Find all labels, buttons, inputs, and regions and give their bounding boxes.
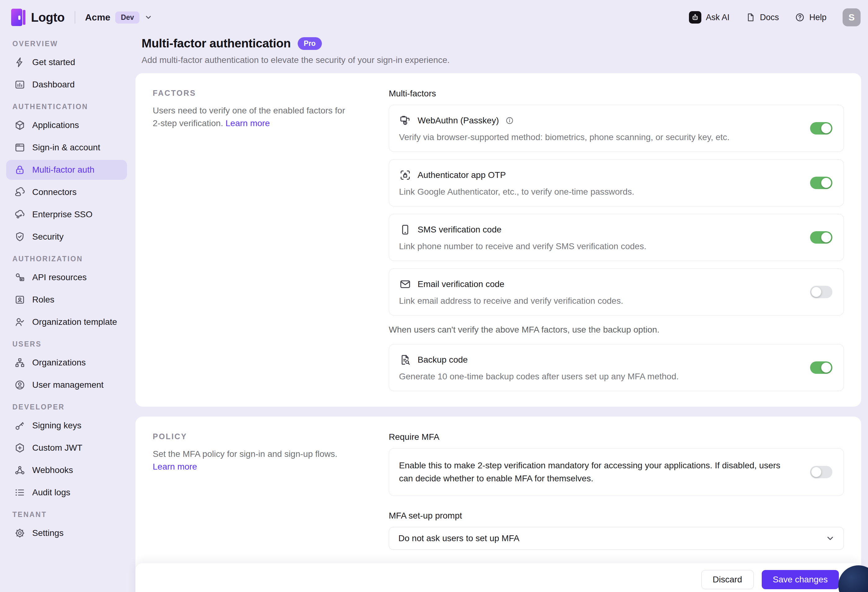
sso-cloud-key-icon <box>14 209 25 220</box>
env-badge: Dev <box>115 12 139 24</box>
sidebar-item-organizations[interactable]: Organizations <box>6 353 127 373</box>
mfa-setup-prompt-label: MFA set-up prompt <box>389 511 844 521</box>
factor-name: Email verification code <box>418 279 504 289</box>
help-label: Help <box>809 13 827 22</box>
sidebar-item-sign-in-account[interactable]: Sign-in & account <box>6 138 127 157</box>
help-button[interactable]: Help <box>795 12 827 22</box>
require-mfa-description: Enable this to make 2-step verification … <box>399 459 794 485</box>
sidebar-item-get-started[interactable]: Get started <box>6 52 127 72</box>
sidebar-item-custom-jwt[interactable]: Custom JWT <box>6 438 127 458</box>
factors-list: Multi-factors WebAuthn (Passkey) Verify … <box>389 89 844 391</box>
sidebar-item-user-management[interactable]: User management <box>6 375 127 395</box>
factor-description: Verify via browser-supported method: bio… <box>399 132 794 142</box>
sidebar-section-authentication: AUTHENTICATION <box>12 103 127 111</box>
sidebar-section-users: USERS <box>12 340 127 348</box>
sidebar-item-api-resources[interactable]: API resources <box>6 268 127 287</box>
sidebar-item-enterprise-sso[interactable]: Enterprise SSO <box>6 204 127 224</box>
mfa-setup-prompt-value: Do not ask users to set up MFA <box>399 533 520 543</box>
sidebar-item-connectors[interactable]: Connectors <box>6 182 127 202</box>
roles-icon <box>14 294 25 305</box>
sidebar-item-audit-logs[interactable]: Audit logs <box>6 482 127 502</box>
require-mfa-card: Enable this to make 2-step verification … <box>389 448 844 496</box>
org-chart-icon <box>14 357 25 368</box>
docs-button[interactable]: Docs <box>745 12 779 22</box>
main-content: Multi-factor authentication Pro Add mult… <box>135 35 861 592</box>
user-circle-icon <box>14 379 25 391</box>
page-title: Multi-factor authentication <box>142 37 291 50</box>
factor-name: Backup code <box>418 355 468 365</box>
header-actions: Ask AI Docs Help S <box>689 8 861 26</box>
backup-note: When users can't verify the above MFA fa… <box>389 325 844 335</box>
lightning-icon <box>14 57 25 68</box>
sidebar-item-applications[interactable]: Applications <box>6 115 127 135</box>
info-icon[interactable] <box>505 116 514 125</box>
sidebar-item-security[interactable]: Security <box>6 227 127 247</box>
factor-description: Generate 10 one-time backup codes after … <box>399 371 794 382</box>
browser-window-icon <box>14 142 25 153</box>
sidebar-item-webhooks[interactable]: Webhooks <box>6 460 127 480</box>
key-icon <box>14 420 25 431</box>
brand-name: Logto <box>31 10 65 25</box>
page-header: Multi-factor authentication Pro Add mult… <box>142 37 861 65</box>
sidebar-item-dashboard[interactable]: Dashboard <box>6 75 127 95</box>
user-avatar[interactable]: S <box>843 8 861 26</box>
pro-badge: Pro <box>298 37 322 50</box>
mail-icon <box>399 278 411 290</box>
factors-section-info: FACTORS Users need to verify one of the … <box>153 89 351 391</box>
require-mfa-toggle[interactable] <box>810 466 833 478</box>
sidebar-item-multi-factor-auth[interactable]: Multi-factor auth <box>6 160 127 180</box>
sidebar-item-roles[interactable]: Roles <box>6 290 127 309</box>
discard-button[interactable]: Discard <box>701 570 754 589</box>
factor-row-webauthn: WebAuthn (Passkey) Verify via browser-su… <box>389 105 844 152</box>
factor-name: Authenticator app OTP <box>418 170 506 180</box>
app-root: Logto Acme Dev Ask AI Docs Help S <box>0 0 868 592</box>
sidebar-section-developer: DEVELOPER <box>12 403 127 411</box>
chevron-down-icon <box>145 13 152 21</box>
gear-icon <box>14 528 25 539</box>
webauthn-toggle[interactable] <box>810 122 833 135</box>
factor-row-email: Email verification code Link email addre… <box>389 268 844 315</box>
sms-toggle[interactable] <box>810 231 833 244</box>
policy-section-description: Set the MFA policy for sign-in and sign-… <box>153 449 337 459</box>
list-icon <box>14 487 25 498</box>
ask-ai-button[interactable]: Ask AI <box>689 11 729 24</box>
tenant-selector[interactable]: Acme Dev <box>85 12 153 24</box>
save-changes-button[interactable]: Save changes <box>762 570 839 589</box>
cube-icon <box>14 120 25 131</box>
docs-label: Docs <box>760 13 779 22</box>
policy-learn-more-link[interactable]: Learn more <box>153 462 197 471</box>
email-toggle[interactable] <box>810 286 833 298</box>
multi-factors-title: Multi-factors <box>389 89 844 99</box>
otp-scan-lock-icon <box>399 169 411 181</box>
factor-row-backup-code: Backup code Generate 10 one-time backup … <box>389 344 844 391</box>
sidebar-section-overview: OVERVIEW <box>12 40 127 48</box>
factors-card: FACTORS Users need to verify one of the … <box>135 73 861 407</box>
authenticator-otp-toggle[interactable] <box>810 177 833 189</box>
factors-learn-more-link[interactable]: Learn more <box>226 118 270 128</box>
person-check-icon <box>14 317 25 328</box>
lock-icon <box>14 164 25 175</box>
backup-code-toggle[interactable] <box>810 361 833 374</box>
logto-logo-icon <box>11 9 25 26</box>
sidebar-item-organization-template[interactable]: Organization template <box>6 312 127 332</box>
page-subtitle: Add multi-factor authentication to eleva… <box>142 55 861 65</box>
logo[interactable]: Logto <box>11 9 65 26</box>
sidebar-section-authorization: AUTHORIZATION <box>12 255 127 263</box>
factor-name: SMS verification code <box>418 225 502 235</box>
factor-row-authenticator-otp: Authenticator app OTP Link Google Authen… <box>389 159 844 206</box>
mfa-setup-prompt-select[interactable]: Do not ask users to set up MFA <box>389 527 844 550</box>
save-action-bar: Discard Save changes <box>135 563 861 592</box>
api-resources-icon <box>14 272 25 283</box>
factor-description: Link Google Authenticator, etc., to veri… <box>399 187 794 197</box>
header-divider <box>75 11 75 24</box>
ask-ai-icon <box>689 11 701 24</box>
sidebar-item-settings[interactable]: Settings <box>6 523 127 543</box>
sidebar: OVERVIEW Get started Dashboard AUTHENTIC… <box>0 35 133 592</box>
require-mfa-label: Require MFA <box>389 432 844 442</box>
sidebar-item-signing-keys[interactable]: Signing keys <box>6 416 127 435</box>
policy-section-label: POLICY <box>153 432 351 441</box>
factor-description: Link email address to receive and verify… <box>399 296 794 306</box>
factor-description: Link phone number to receive and verify … <box>399 241 794 252</box>
factors-section-label: FACTORS <box>153 89 351 98</box>
factor-row-sms: SMS verification code Link phone number … <box>389 214 844 261</box>
